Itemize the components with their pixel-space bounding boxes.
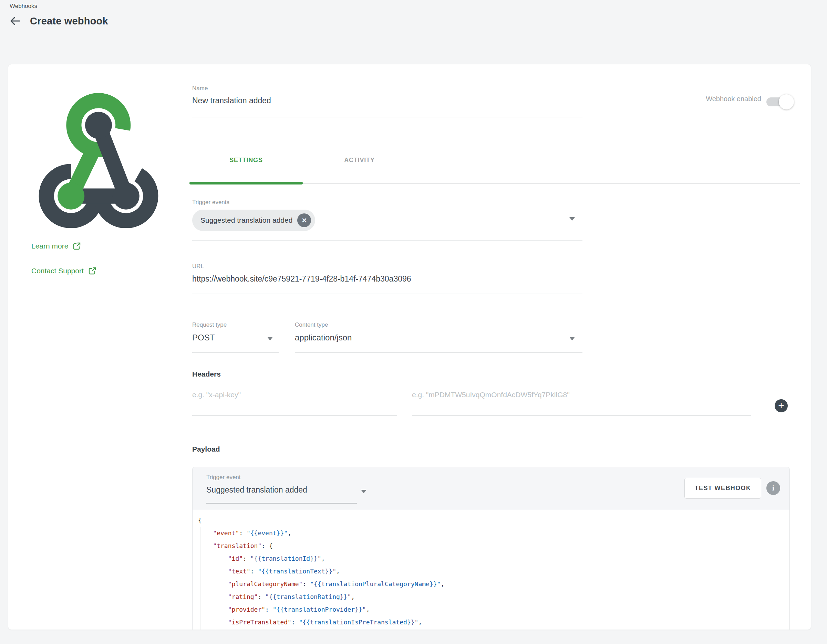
tab-activity[interactable]: ACTIVITY xyxy=(303,157,416,164)
code-lines: { "event": "{{event}}", "translation": {… xyxy=(198,514,784,630)
code-line: "pluralCategoryName": "{{translationPlur… xyxy=(198,577,784,590)
code-line: "isPreTranslated": "{{translationIsPreTr… xyxy=(198,616,784,628)
test-webhook-button[interactable]: TEST WEBHOOK xyxy=(684,478,761,499)
payload-code-editor[interactable]: { "event": "{{event}}", "translation": {… xyxy=(192,510,790,630)
payload-header: Trigger event Suggested translation adde… xyxy=(192,467,790,510)
code-line: "provider": "{{translationProvider}}", xyxy=(198,603,784,616)
code-line: "text": "{{translationText}}", xyxy=(198,565,784,577)
name-input[interactable]: New translation added xyxy=(192,96,271,105)
webhook-logo xyxy=(26,83,171,228)
add-header-button[interactable]: + xyxy=(775,399,788,412)
code-line: "createdAt": "{{translationCreatedAt}}", xyxy=(198,628,784,630)
back-button[interactable] xyxy=(9,14,22,28)
chevron-down-icon[interactable] xyxy=(267,337,273,341)
trigger-event-chip[interactable]: Suggested translation added ✕ xyxy=(192,210,315,231)
content-type-underline xyxy=(295,352,582,353)
remove-icon[interactable]: ✕ xyxy=(297,213,311,227)
webhook-card: Learn more Contact Support Name New tran… xyxy=(8,64,811,630)
contact-support-link[interactable]: Contact Support xyxy=(31,267,96,275)
breadcrumb[interactable]: Webhooks xyxy=(9,3,37,9)
payload-heading: Payload xyxy=(192,445,220,453)
webhook-enabled-toggle-thumb[interactable] xyxy=(779,94,794,109)
url-input[interactable]: https://webhook.site/c9e75921-7719-4f28-… xyxy=(192,274,411,284)
trigger-events-label: Trigger events xyxy=(192,199,229,206)
title-row: Create webhook xyxy=(9,14,108,28)
headers-heading: Headers xyxy=(192,370,221,378)
content-type-label: Content type xyxy=(295,322,328,328)
learn-more-label: Learn more xyxy=(31,242,68,250)
webhook-enabled-label: Webhook enabled xyxy=(683,95,761,103)
chevron-down-icon[interactable] xyxy=(361,490,367,493)
url-underline xyxy=(192,294,582,294)
code-line: "translation": { xyxy=(198,539,784,552)
indent-guide xyxy=(200,527,200,630)
header-value-underline xyxy=(412,415,751,416)
url-label: URL xyxy=(192,263,204,270)
tab-active-indicator xyxy=(189,182,303,185)
contact-support-label: Contact Support xyxy=(31,267,84,275)
indent-guide xyxy=(215,552,215,630)
header-value-input[interactable] xyxy=(412,390,751,399)
page-title: Create webhook xyxy=(30,16,108,27)
trigger-events-underline xyxy=(192,240,582,241)
header-key-underline xyxy=(192,415,397,416)
name-label: Name xyxy=(192,85,208,92)
payload-trigger-event-select[interactable]: Suggested translation added xyxy=(206,485,307,495)
info-icon[interactable]: i xyxy=(766,481,780,495)
create-webhook-page: Webhooks Create webhook xyxy=(0,0,827,644)
code-line: "id": "{{translationId}}", xyxy=(198,552,784,565)
payload-panel: Trigger event Suggested translation adde… xyxy=(192,467,790,630)
code-line: { xyxy=(198,514,784,527)
tab-settings[interactable]: SETTINGS xyxy=(189,157,303,164)
external-link-icon xyxy=(89,267,96,275)
chevron-down-icon[interactable] xyxy=(570,337,575,341)
code-line: "event": "{{event}}", xyxy=(198,527,784,539)
payload-trigger-underline xyxy=(206,503,357,504)
learn-more-link[interactable]: Learn more xyxy=(31,242,81,250)
request-type-select[interactable]: POST xyxy=(192,333,215,342)
payload-trigger-event-label: Trigger event xyxy=(206,474,241,481)
content-type-select[interactable]: application/json xyxy=(295,333,352,342)
request-type-label: Request type xyxy=(192,322,227,328)
name-underline xyxy=(192,117,582,117)
request-type-underline xyxy=(192,352,279,353)
code-line: "rating": "{{translationRating}}", xyxy=(198,590,784,603)
trigger-event-chip-label: Suggested translation added xyxy=(200,216,292,224)
back-arrow-icon xyxy=(9,15,21,27)
header-key-input[interactable] xyxy=(192,390,397,399)
external-link-icon xyxy=(73,242,81,250)
chevron-down-icon[interactable] xyxy=(570,217,575,221)
